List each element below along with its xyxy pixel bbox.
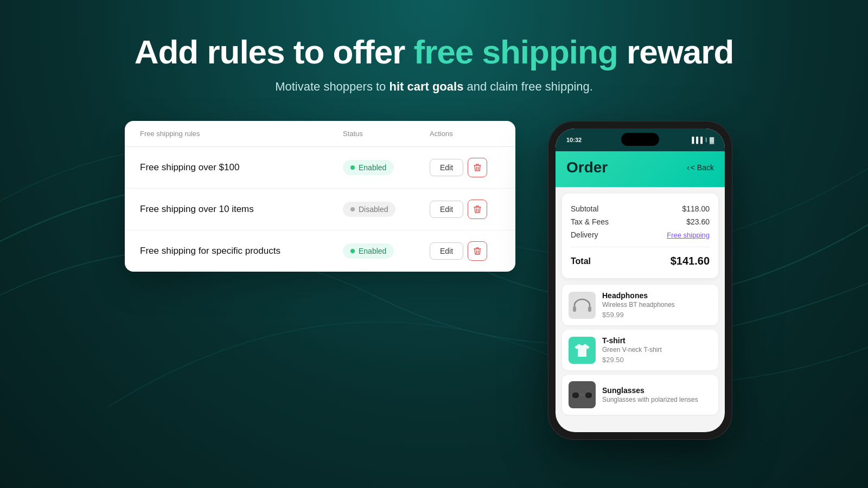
back-button[interactable]: ‹ < Back: [687, 163, 714, 172]
status-dot-2: [350, 207, 355, 211]
svg-line-5: [571, 394, 572, 395]
main-panels: Free shipping rules Status Actions Free …: [0, 121, 868, 440]
hero-title-part1: Add rules to offer: [135, 33, 414, 70]
product-desc-3: Sunglasses with polarized lenses: [602, 396, 712, 403]
trash-icon-2: [474, 205, 481, 214]
total-value: $141.60: [671, 255, 710, 267]
product-item-1: Headphones Wireless BT headphones $59.99: [562, 285, 718, 325]
rule-actions-2: Edit: [430, 200, 500, 219]
wifi-icon: ⌇: [705, 137, 707, 144]
order-summary-card: Subtotal $118.00 Tax & Fees $23.60 Deliv…: [562, 194, 718, 278]
hero-subtitle-part1: Motivate shoppers to: [275, 80, 389, 93]
total-row: Total $141.60: [571, 253, 710, 269]
hero-subtitle: Motivate shoppers to hit cart goals and …: [0, 80, 868, 94]
rule-row-3: Free shipping for specific products Enab…: [125, 230, 515, 272]
status-label-3: Enabled: [359, 247, 386, 255]
order-header: Order ‹ < Back: [556, 151, 725, 187]
total-label: Total: [571, 256, 591, 266]
signal-icon: ▐▐▐: [690, 137, 703, 143]
phone-status-bar: 10:32 ▐▐▐ ⌇ ▓: [556, 129, 725, 151]
status-label-2: Disabled: [359, 205, 388, 214]
product-info-1: Headphones Wireless BT headphones $59.99: [602, 291, 712, 319]
page-content: Add rules to offer free shipping reward …: [0, 0, 868, 488]
trash-icon-1: [474, 163, 481, 172]
svg-rect-0: [573, 306, 576, 312]
hero-subtitle-bold: hit cart goals: [389, 80, 463, 93]
edit-button-1[interactable]: Edit: [430, 159, 463, 176]
hero-title: Add rules to offer free shipping reward: [0, 33, 868, 71]
sunglasses-icon: [571, 389, 593, 400]
rule-row-1: Free shipping over $100 Enabled Edit: [125, 147, 515, 189]
subtotal-value: $118.00: [682, 204, 710, 213]
product-price-1: $59.99: [602, 311, 712, 319]
product-price-2: $29.50: [602, 356, 712, 364]
hero-section: Add rules to offer free shipping reward …: [0, 0, 868, 94]
status-dot-1: [350, 165, 355, 170]
product-thumb-3: [569, 381, 596, 408]
product-item-2: T-shirt Green V-neck T-shirt $29.50: [562, 330, 718, 370]
tax-label: Tax & Fees: [571, 217, 609, 226]
rule-actions-3: Edit: [430, 241, 500, 261]
rule-status-1: Enabled: [343, 160, 430, 175]
hero-subtitle-part2: and claim free shipping.: [463, 80, 592, 93]
rule-status-3: Enabled: [343, 243, 430, 259]
svg-rect-1: [588, 306, 591, 312]
trash-icon-3: [474, 247, 481, 255]
status-badge-3: Enabled: [343, 243, 394, 259]
back-label: < Back: [691, 163, 714, 172]
delete-button-2[interactable]: [468, 200, 487, 219]
delivery-label: Delivery: [571, 230, 598, 239]
product-name-1: Headphones: [602, 291, 712, 300]
status-badge-1: Enabled: [343, 160, 394, 175]
battery-icon: ▓: [710, 137, 714, 143]
product-name-2: T-shirt: [602, 336, 712, 345]
order-title: Order: [566, 159, 608, 176]
rule-name-3: Free shipping for specific products: [140, 246, 343, 256]
delivery-value: Free shipping: [667, 231, 710, 239]
rule-name-1: Free shipping over $100: [140, 162, 343, 173]
subtotal-row: Subtotal $118.00: [571, 202, 710, 215]
product-list: Headphones Wireless BT headphones $59.99: [556, 285, 725, 415]
product-desc-1: Wireless BT headphones: [602, 301, 712, 309]
back-chevron: ‹: [687, 163, 690, 172]
phone-screen: 10:32 ▐▐▐ ⌇ ▓ Order ‹ < Back: [556, 129, 725, 432]
col-rules: Free shipping rules: [140, 130, 343, 138]
product-info-3: Sunglasses Sunglasses with polarized len…: [602, 386, 712, 403]
col-actions: Actions: [430, 130, 500, 138]
status-badge-2: Disabled: [343, 202, 395, 217]
delete-button-3[interactable]: [468, 241, 487, 261]
edit-button-2[interactable]: Edit: [430, 201, 463, 218]
rule-row-2: Free shipping over 10 items Disabled Edi…: [125, 189, 515, 230]
product-item-3: Sunglasses Sunglasses with polarized len…: [562, 375, 718, 415]
dynamic-island: [621, 133, 659, 146]
col-status: Status: [343, 130, 430, 138]
rules-panel: Free shipping rules Status Actions Free …: [125, 121, 515, 272]
rules-table-header: Free shipping rules Status Actions: [125, 121, 515, 147]
summary-divider: [571, 247, 710, 247]
subtotal-label: Subtotal: [571, 204, 598, 213]
product-thumb-2: [569, 337, 596, 364]
edit-button-3[interactable]: Edit: [430, 242, 463, 260]
svg-line-6: [592, 394, 593, 395]
status-dot-3: [350, 249, 355, 253]
tax-row: Tax & Fees $23.60: [571, 215, 710, 228]
rule-status-2: Disabled: [343, 202, 430, 217]
phone-container: 10:32 ▐▐▐ ⌇ ▓ Order ‹ < Back: [548, 121, 743, 440]
tax-value: $23.60: [686, 217, 710, 226]
product-name-3: Sunglasses: [602, 386, 712, 395]
phone-status-icons: ▐▐▐ ⌇ ▓: [690, 137, 714, 144]
phone-time: 10:32: [566, 137, 582, 143]
rule-name-2: Free shipping over 10 items: [140, 204, 343, 215]
svg-rect-2: [572, 392, 579, 399]
product-thumb-1: [569, 292, 596, 319]
delete-button-1[interactable]: [468, 158, 487, 177]
product-info-2: T-shirt Green V-neck T-shirt $29.50: [602, 336, 712, 364]
hero-title-part2: reward: [618, 33, 734, 70]
headphones-icon: [572, 297, 592, 313]
product-desc-2: Green V-neck T-shirt: [602, 346, 712, 354]
hero-title-accent: free shipping: [414, 33, 618, 70]
delivery-row: Delivery Free shipping: [571, 228, 710, 241]
status-label-1: Enabled: [359, 163, 386, 172]
rule-actions-1: Edit: [430, 158, 500, 177]
tshirt-icon: [573, 343, 591, 358]
